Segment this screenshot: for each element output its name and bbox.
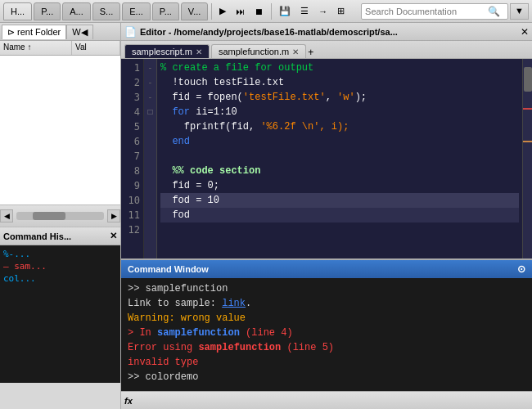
left-panel: ⊳ rent Folder W◀ Name ↑ Val ◀ ▶ Command … xyxy=(0,23,121,409)
breakpoint-column: - - - □ xyxy=(144,59,157,258)
expand-button[interactable]: ⊞ xyxy=(333,2,349,20)
toolbar-tab-v[interactable]: V... xyxy=(181,2,209,20)
toolbar-tab-s[interactable]: S... xyxy=(92,2,121,20)
stop-button[interactable]: ⏹ xyxy=(250,2,268,20)
scroll-track[interactable] xyxy=(16,212,104,220)
toolbar-tab-h[interactable]: H... xyxy=(3,2,32,20)
code-line-3: fid = fopen('testFile.txt', 'w'); xyxy=(160,90,519,105)
tab-samplescript[interactable]: samplescript.m ✕ xyxy=(124,44,210,58)
editor-tabs: samplescript.m ✕ samplefunction.m ✕ + xyxy=(121,41,532,59)
scroll-right-btn[interactable]: ▶ xyxy=(107,209,120,222)
cmd-fn-samplefunction[interactable]: samplefunction xyxy=(157,327,240,339)
list-item[interactable]: col... xyxy=(0,272,120,285)
toolbar-tab-p[interactable]: P... xyxy=(34,2,61,20)
cmd-window-header: Command Window ⊙ xyxy=(121,260,532,278)
bp-8 xyxy=(144,164,156,178)
search-icon: 🔍 xyxy=(488,6,500,17)
bp-7 xyxy=(144,149,156,164)
code-line-5: fprintf(fid, '%6.2f \n', i); xyxy=(160,119,519,134)
fb-col-headers: Name ↑ Val xyxy=(0,41,120,56)
search-box: 🔍 xyxy=(361,3,508,20)
editor-scrollbar[interactable] xyxy=(522,59,532,258)
editor-header: 📄 Editor - /home/andy/projects/base16-ma… xyxy=(121,23,532,41)
code-line-2: !touch testFile.txt xyxy=(160,75,519,90)
bp-2: - xyxy=(144,75,156,90)
code-line-7 xyxy=(160,149,519,164)
cmd-line-7: >> colordemo xyxy=(128,370,525,384)
tab-close-samplescript[interactable]: ✕ xyxy=(196,47,202,56)
bp-11 xyxy=(144,208,156,222)
code-view: 1234 5678 9101112 - - - □ xyxy=(121,59,532,258)
editor-scrollbar-thumb[interactable] xyxy=(524,67,532,92)
bp-12 xyxy=(144,222,156,237)
code-line-12 xyxy=(160,222,519,237)
step-button[interactable]: ⏭ xyxy=(232,2,249,20)
menu-button[interactable]: ☰ xyxy=(296,2,313,20)
scrollbar-mark-2 xyxy=(523,141,532,142)
right-panel: 📄 Editor - /home/andy/projects/base16-ma… xyxy=(121,23,532,409)
toolbar-sep-2 xyxy=(271,3,272,20)
cmd-line-4: > In samplefunction (line 4) xyxy=(128,326,525,340)
horizontal-scrollbar[interactable]: ◀ ▶ xyxy=(0,204,120,227)
fx-bar: fx xyxy=(121,391,532,409)
filter-button[interactable]: ▼ xyxy=(510,3,529,20)
cmd-fn-error[interactable]: samplefunction xyxy=(198,342,281,353)
save-button[interactable]: 💾 xyxy=(275,2,295,20)
current-folder-tab[interactable]: ⊳ rent Folder xyxy=(2,25,66,39)
command-history-panel: Command His... ✕ %-... — sam... col... xyxy=(0,227,120,383)
col-val-header: Val xyxy=(72,41,120,55)
bp-4: □ xyxy=(144,105,156,119)
toolbar-tab-a[interactable]: A... xyxy=(62,2,91,20)
cmd-line-2: Link to sample: link. xyxy=(128,296,525,311)
tab-label-samplescript: samplescript.m xyxy=(132,47,192,56)
line-numbers: 1234 5678 9101112 xyxy=(121,59,144,258)
cmd-link[interactable]: link xyxy=(222,298,246,309)
list-item[interactable]: %-... xyxy=(0,245,120,260)
code-line-10: fod = 10 xyxy=(160,193,519,208)
cmd-window-expand[interactable]: ⊙ xyxy=(517,263,525,275)
cmd-line-5: Error using samplefunction (line 5) xyxy=(128,340,525,355)
file-browser-header: ⊳ rent Folder W◀ xyxy=(0,23,120,41)
toolbar-sep-1 xyxy=(211,3,212,20)
command-window: Command Window ⊙ >> samplefunction Link … xyxy=(121,260,532,409)
code-line-6: end xyxy=(160,134,519,149)
toolbar-tab-e[interactable]: E... xyxy=(122,2,151,20)
workspace-tab[interactable]: W◀ xyxy=(66,25,92,39)
editor-title: Editor - /home/andy/projects/base16-matl… xyxy=(140,27,521,37)
scroll-left-btn[interactable]: ◀ xyxy=(0,209,13,222)
cmd-history-header: Command His... ✕ xyxy=(0,227,120,245)
new-tab-button[interactable]: + xyxy=(308,47,313,58)
tab-close-samplefunction[interactable]: ✕ xyxy=(292,47,299,56)
fb-body[interactable] xyxy=(0,56,120,204)
bp-3: - xyxy=(144,90,156,105)
fx-label: fx xyxy=(124,396,133,406)
cmd-line-1: >> samplefunction xyxy=(128,281,525,296)
search-input[interactable] xyxy=(365,7,488,16)
file-browser: ⊳ rent Folder W◀ Name ↑ Val ◀ ▶ xyxy=(0,23,120,227)
toolbar: H... P... A... S... E... P... V... ▶ ⏭ ⏹… xyxy=(0,0,532,23)
tab-samplefunction[interactable]: samplefunction.m ✕ xyxy=(211,44,306,58)
cmd-history-title: Command His... xyxy=(3,231,110,241)
editor-area: 📄 Editor - /home/andy/projects/base16-ma… xyxy=(121,23,532,260)
toolbar-tab-p2[interactable]: P... xyxy=(152,2,179,20)
cmd-window-body[interactable]: >> samplefunction Link to sample: link. … xyxy=(121,278,532,391)
code-line-9: fid = 0; xyxy=(160,178,519,193)
cmd-history-body: %-... — sam... col... xyxy=(0,245,120,383)
cmd-window-title: Command Window xyxy=(128,264,209,274)
cmd-history-close[interactable]: ✕ xyxy=(110,231,117,241)
editor-file-icon: 📄 xyxy=(124,26,137,38)
code-line-11: fod xyxy=(160,208,519,222)
cmd-line-3: Warning: wrong value xyxy=(128,311,525,326)
right-button[interactable]: → xyxy=(314,2,331,20)
bp-1: - xyxy=(144,61,156,75)
list-item[interactable]: — sam... xyxy=(0,260,120,272)
bp-10 xyxy=(144,193,156,208)
col-name-header: Name ↑ xyxy=(0,41,72,55)
bp-6 xyxy=(144,134,156,149)
play-button[interactable]: ▶ xyxy=(215,2,230,20)
scroll-thumb[interactable] xyxy=(33,212,65,220)
cmd-line-6: invalid type xyxy=(128,355,525,370)
code-content[interactable]: % create a file for output !touch testFi… xyxy=(157,59,522,258)
editor-close-btn[interactable]: ✕ xyxy=(521,26,529,38)
bp-9 xyxy=(144,178,156,193)
